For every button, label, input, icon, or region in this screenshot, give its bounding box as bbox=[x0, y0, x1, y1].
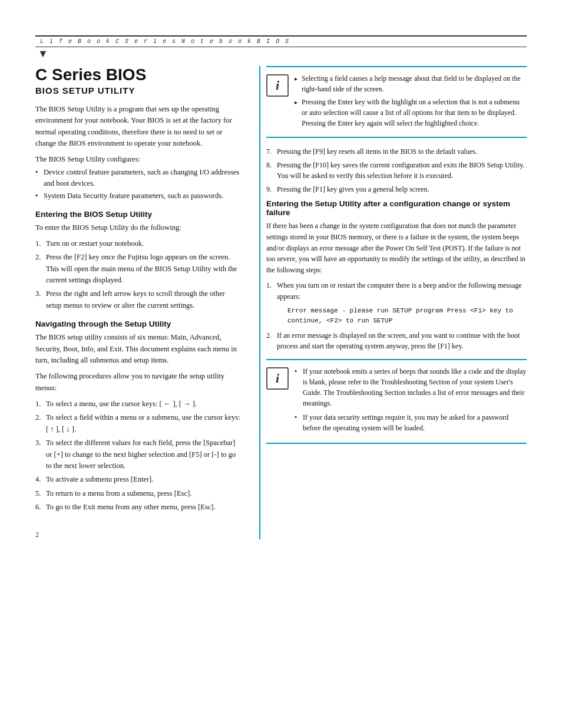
list-item: Device control feature parameters, such … bbox=[35, 167, 242, 189]
navigating-intro2: The following procedures allow you to na… bbox=[35, 371, 242, 394]
config-change-intro: If there has been a change in the system… bbox=[266, 220, 527, 275]
list-item: 4.To activate a submenu press [Enter]. bbox=[35, 474, 242, 485]
left-column: C Series BIOS BIOS SETUP UTILITY The BIO… bbox=[35, 66, 259, 539]
info-box-text: Selecting a field causes a help message … bbox=[295, 73, 527, 131]
bottom-bullet-1: If your notebook emits a series of beeps… bbox=[295, 366, 527, 409]
page: L i f e B o o k C S e r i e s N o t e b … bbox=[0, 35, 562, 728]
top-info-box: i Selecting a field causes a help messag… bbox=[266, 66, 527, 138]
info-icon: i bbox=[266, 74, 289, 97]
navigating-heading: Navigating through the Setup Utility bbox=[35, 319, 242, 328]
info-bullet-1: Selecting a field causes a help message … bbox=[295, 73, 527, 94]
header-arrow: ▼ bbox=[35, 47, 527, 60]
list-item: 7.Pressing the [F9] key resets all items… bbox=[266, 146, 527, 157]
list-item: 1.Turn on or restart your notebook. bbox=[35, 238, 242, 249]
info-icon-bottom: i bbox=[266, 367, 289, 390]
list-item: System Data Security feature parameters,… bbox=[35, 190, 242, 202]
info-bullet-2: Pressing the Enter key with the highligh… bbox=[295, 97, 527, 129]
content-area: C Series BIOS BIOS SETUP UTILITY The BIO… bbox=[35, 66, 527, 539]
entering-steps: 1.Turn on or restart your notebook. 2.Pr… bbox=[35, 238, 242, 311]
entering-intro: To enter the BIOS Setup Utility do the f… bbox=[35, 222, 242, 233]
bottom-info-box: i If your notebook emits a series of bee… bbox=[266, 359, 527, 444]
page-number: 2 bbox=[35, 531, 242, 539]
list-item: 1.To select a menu, use the cursor keys:… bbox=[35, 398, 242, 410]
list-item: 2. If an error message is displayed on t… bbox=[266, 330, 527, 352]
bottom-info-text: If your notebook emits a series of beeps… bbox=[295, 366, 527, 437]
list-item: 3.To select the different values for eac… bbox=[35, 437, 242, 472]
steps-7-9: 7.Pressing the [F9] key resets all items… bbox=[266, 146, 527, 195]
code-block: Error message - please run SETUP program… bbox=[287, 306, 527, 327]
list-item: 8.Pressing the [F10] key saves the curre… bbox=[266, 160, 527, 182]
list-item: 2.To select a field within a menu or a s… bbox=[35, 412, 242, 435]
navigating-intro1: The BIOS setup utility consists of six m… bbox=[35, 332, 242, 366]
header-text: L i f e B o o k C S e r i e s N o t e b … bbox=[40, 38, 290, 45]
right-column: i Selecting a field causes a help messag… bbox=[259, 66, 527, 539]
configures-list: Device control feature parameters, such … bbox=[35, 167, 242, 201]
list-item: 2.Press the [F2] key once the Fujitsu lo… bbox=[35, 252, 242, 286]
header-bar: L i f e B o o k C S e r i e s N o t e b … bbox=[35, 35, 527, 47]
list-item: 1. When you turn on or restart the compu… bbox=[266, 280, 527, 326]
intro-text: The BIOS Setup Utility is a program that… bbox=[35, 104, 242, 150]
list-item: 3.Press the right and left arrow keys to… bbox=[35, 288, 242, 311]
list-item: 5.To return to a menu from a submenu, pr… bbox=[35, 488, 242, 499]
config-steps: 1. When you turn on or restart the compu… bbox=[266, 280, 527, 352]
subtitle: BIOS SETUP UTILITY bbox=[35, 85, 242, 95]
configures-label: The BIOS Setup Utility configures: bbox=[35, 155, 242, 164]
navigating-steps: 1.To select a menu, use the cursor keys:… bbox=[35, 398, 242, 513]
entering-heading: Entering the BIOS Setup Utility bbox=[35, 210, 242, 219]
list-item: 9.Pressing the [F1] key gives you a gene… bbox=[266, 184, 527, 195]
bottom-bullet-2: If your data security settings require i… bbox=[295, 412, 527, 433]
config-change-section: Entering the Setup Utility after a confi… bbox=[266, 199, 527, 352]
list-item: 6.To go to the Exit menu from any other … bbox=[35, 502, 242, 513]
config-change-heading: Entering the Setup Utility after a confi… bbox=[266, 199, 527, 217]
main-title: C Series BIOS bbox=[35, 66, 242, 84]
